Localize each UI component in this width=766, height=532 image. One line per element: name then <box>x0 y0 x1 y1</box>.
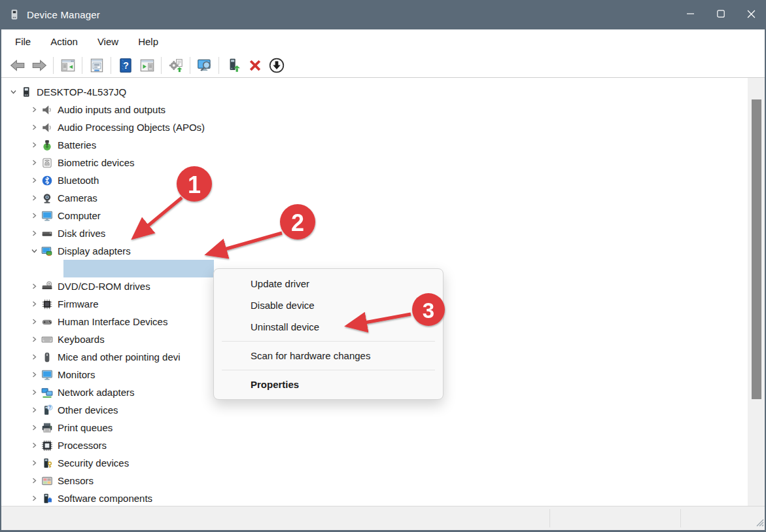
tree-item-cameras[interactable]: Cameras <box>1 189 745 207</box>
chevron-right-icon[interactable] <box>27 194 41 202</box>
vertical-scrollbar[interactable] <box>748 78 765 506</box>
context-menu-item-scan-for-hardware-changes[interactable]: Scan for hardware changes <box>214 345 443 366</box>
chevron-right-icon[interactable] <box>27 300 41 308</box>
chevron-right-icon[interactable] <box>27 442 41 449</box>
menu-view[interactable]: View <box>88 32 128 51</box>
tree-item-software-components[interactable]: Software components <box>1 489 745 506</box>
tree-item-processors[interactable]: Processors <box>1 436 745 454</box>
chevron-right-icon[interactable] <box>27 424 41 431</box>
disable-device-button[interactable] <box>266 56 287 75</box>
chevron-right-icon[interactable] <box>27 141 41 149</box>
context-menu-item-update-driver[interactable]: Update driver <box>214 273 443 294</box>
tree-item-label: Human Interface Devices <box>58 316 167 327</box>
tree-item-label: Batteries <box>58 139 96 151</box>
tree-item-label: Audio inputs and outputs <box>58 104 165 115</box>
uninstall-device-button[interactable] <box>244 56 266 75</box>
chevron-right-icon[interactable] <box>27 318 41 325</box>
update-driver-button[interactable] <box>222 56 244 75</box>
chevron-right-icon[interactable] <box>27 477 41 484</box>
context-menu-item-uninstall-device[interactable]: Uninstall device <box>214 316 443 338</box>
tree-item-label: Biometric devices <box>58 157 135 168</box>
scan-hardware-changes-button[interactable] <box>194 56 215 75</box>
toolbar-separator <box>218 57 219 74</box>
unknown-device-icon: ? <box>41 404 54 416</box>
close-button[interactable] <box>736 0 766 29</box>
minimize-button[interactable] <box>676 0 706 29</box>
context-menu-item-disable-device[interactable]: Disable device <box>214 294 443 316</box>
action-pane-icon <box>139 57 156 74</box>
chevron-right-icon[interactable] <box>27 389 41 396</box>
chevron-right-icon[interactable] <box>27 406 41 414</box>
network-icon <box>41 387 54 399</box>
tree-item-bluetooth[interactable]: Bluetooth <box>1 171 745 189</box>
tree-item-label: Processors <box>58 440 107 451</box>
chevron-right-icon[interactable] <box>27 212 41 219</box>
svg-text:?: ? <box>48 404 51 409</box>
chevron-right-icon[interactable] <box>27 459 41 467</box>
tree-item-desktop-4l537jq[interactable]: DESKTOP-4L537JQ <box>1 83 745 101</box>
properties-button[interactable] <box>86 56 107 75</box>
toolbar-separator <box>111 57 111 74</box>
context-menu: Update driverDisable deviceUninstall dev… <box>213 268 444 400</box>
tree-item-sensors[interactable]: Sensors <box>1 472 745 489</box>
tree-item-batteries[interactable]: Batteries <box>1 136 745 154</box>
tree-item-label: Monitors <box>58 369 96 380</box>
chevron-right-icon[interactable] <box>27 371 41 378</box>
tree-item-security-devices[interactable]: Security devices <box>1 454 745 472</box>
tree-item-audio-processing-objects-apos[interactable]: Audio Processing Objects (APOs) <box>1 118 745 136</box>
toolbar-separator <box>190 57 190 74</box>
menu-bar: FileActionViewHelp <box>1 29 765 53</box>
chevron-right-icon[interactable] <box>27 124 41 131</box>
toolbar: ? <box>1 53 765 78</box>
tree-item-label: Bluetooth <box>58 175 99 186</box>
console-tree-button[interactable] <box>57 56 78 75</box>
tree-item-label: Display adapters <box>58 245 131 257</box>
tree-item-print-queues[interactable]: Print queues <box>1 419 745 436</box>
chevron-right-icon[interactable] <box>27 353 41 361</box>
tree-item-display-adapters[interactable]: Display adapters <box>1 242 745 260</box>
tree-item-other-devices[interactable]: ?Other devices <box>1 401 745 419</box>
toolbar-separator <box>82 57 82 74</box>
maximize-button[interactable] <box>706 0 736 29</box>
window-title: Device Manager <box>27 9 100 20</box>
title-bar: Device Manager <box>0 0 766 29</box>
battery-icon <box>41 139 54 151</box>
chevron-down-icon[interactable] <box>27 247 41 255</box>
selected-device-highlight[interactable] <box>63 260 214 277</box>
tree-item-computer[interactable]: Computer <box>1 207 745 224</box>
svg-text:?: ? <box>123 60 129 70</box>
monitor-icon <box>41 369 54 381</box>
disable-icon <box>268 57 285 74</box>
camera-icon <box>41 192 54 204</box>
menu-help[interactable]: Help <box>128 32 168 51</box>
back-button[interactable] <box>7 56 28 75</box>
menu-file[interactable]: File <box>5 32 41 51</box>
resize-grip[interactable] <box>755 518 764 529</box>
forward-button[interactable] <box>28 56 50 75</box>
chevron-right-icon[interactable] <box>27 177 41 184</box>
tree-item-audio-inputs-and-outputs[interactable]: Audio inputs and outputs <box>1 101 745 118</box>
chevron-right-icon[interactable] <box>27 495 41 502</box>
device-manager-window: Device Manager FileActionViewHelp ? DESK… <box>0 0 766 532</box>
tree-item-biometric-devices[interactable]: Biometric devices <box>1 154 745 171</box>
chevron-right-icon[interactable] <box>27 283 41 290</box>
chevron-right-icon[interactable] <box>27 106 41 113</box>
scan-hardware-icon <box>196 57 213 74</box>
tree-item-label: Audio Processing Objects (APOs) <box>58 122 205 133</box>
cdrom-icon <box>41 281 54 293</box>
chevron-right-icon[interactable] <box>27 230 41 237</box>
help-button[interactable]: ? <box>114 56 136 75</box>
menu-action[interactable]: Action <box>41 32 88 51</box>
chevron-down-icon[interactable] <box>7 88 20 96</box>
gear-update-icon <box>167 57 184 74</box>
tree-item-disk-drives[interactable]: Disk drives <box>1 224 745 242</box>
toolbar-separator <box>53 57 54 74</box>
update-driver-software-button[interactable] <box>165 56 186 75</box>
tree-item-label: Sensors <box>58 475 94 486</box>
scrollbar-thumb[interactable] <box>752 99 761 399</box>
chevron-right-icon[interactable] <box>27 336 41 343</box>
context-menu-item-properties[interactable]: Properties <box>214 374 443 395</box>
tree-item-label: Firmware <box>58 298 99 310</box>
chevron-right-icon[interactable] <box>27 159 41 166</box>
action-pane-button[interactable] <box>136 56 158 75</box>
